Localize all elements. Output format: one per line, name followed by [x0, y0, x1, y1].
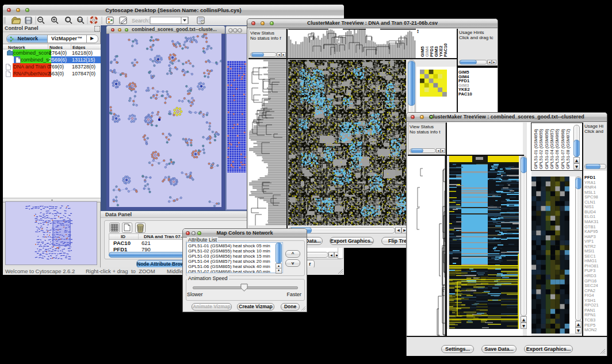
- svg-text:GPL51-06 (GSM865): GPL51-06 (GSM865): [554, 129, 560, 169]
- svg-text:GPL51-08 (GSM872): GPL51-08 (GSM872): [565, 129, 571, 169]
- svg-text:Search:: Search:: [132, 18, 150, 24]
- svg-text:1:1: 1:1: [78, 18, 82, 22]
- svg-text:GPL51-03 (GSM856): GPL51-03 (GSM856): [544, 129, 549, 169]
- svg-text:GPL51-01 (GSM854): GPL51-01 (GSM854): [533, 129, 538, 169]
- svg-text:GPL51-07 (GSM868): GPL51-07 (GSM868): [560, 129, 565, 169]
- svg-text:GPL51-04 (GSM857): GPL51-04 (GSM857): [549, 129, 554, 169]
- svg-text:GPL51-02 (GSM855): GPL51-02 (GSM855): [538, 129, 544, 169]
- svg-text:PAC10: PAC10: [443, 43, 447, 57]
